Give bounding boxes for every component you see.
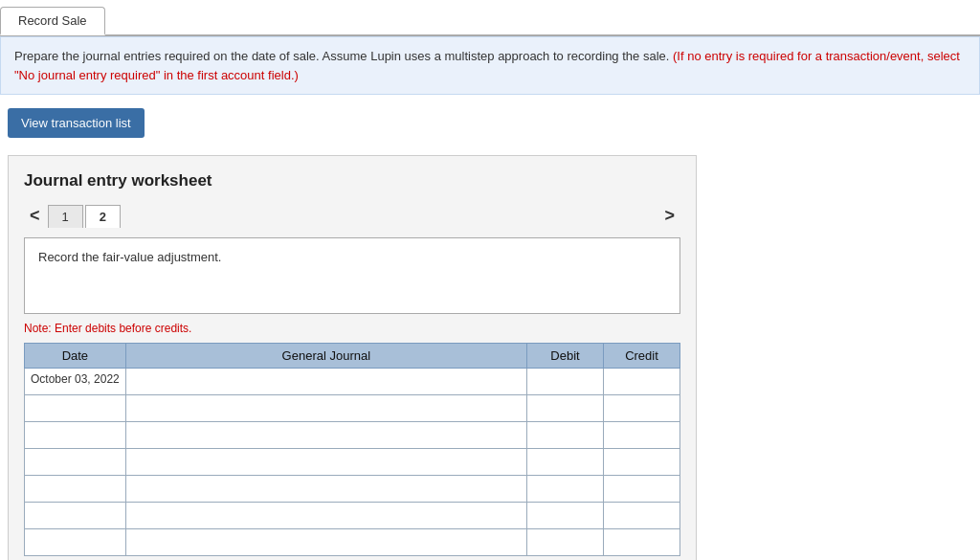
table-row	[25, 503, 680, 529]
worksheet-title: Journal entry worksheet	[24, 171, 680, 190]
table-row	[25, 422, 680, 449]
credit-cell[interactable]	[604, 476, 680, 503]
debit-input[interactable]	[527, 395, 603, 421]
credit-input[interactable]	[604, 529, 679, 555]
credit-input[interactable]	[604, 422, 679, 448]
credit-cell[interactable]	[604, 422, 680, 449]
table-row	[25, 449, 680, 476]
tab-record-sale[interactable]: Record Sale	[0, 7, 105, 35]
debit-cell[interactable]	[527, 369, 604, 395]
col-header-date: Date	[25, 344, 126, 369]
journal-input[interactable]	[126, 503, 526, 528]
date-cell	[25, 422, 126, 449]
debit-input[interactable]	[527, 449, 603, 475]
debit-input[interactable]	[527, 422, 603, 448]
debit-cell[interactable]	[527, 395, 604, 422]
instruction-main-text: Prepare the journal entries required on …	[14, 49, 669, 63]
credit-input[interactable]	[604, 369, 679, 394]
journal-cell[interactable]	[125, 422, 526, 449]
journal-cell[interactable]	[125, 503, 526, 529]
journal-cell[interactable]	[125, 369, 526, 395]
journal-cell[interactable]	[125, 529, 526, 556]
journal-input[interactable]	[126, 476, 526, 502]
date-cell	[25, 529, 126, 556]
tab-2[interactable]: 2	[85, 205, 121, 228]
debit-cell[interactable]	[527, 422, 604, 449]
description-box: Record the fair-value adjustment.	[24, 237, 680, 314]
credit-input[interactable]	[604, 503, 679, 528]
debit-cell[interactable]	[527, 449, 604, 476]
col-header-journal: General Journal	[125, 344, 526, 369]
instruction-box: Prepare the journal entries required on …	[0, 36, 980, 95]
credit-cell[interactable]	[604, 369, 680, 395]
table-row	[25, 395, 680, 422]
worksheet-container: Journal entry worksheet < 1 2 > Record t…	[8, 155, 697, 560]
note-text: Note: Enter debits before credits.	[24, 322, 680, 335]
debit-cell[interactable]	[527, 476, 604, 503]
journal-cell[interactable]	[125, 449, 526, 476]
journal-input[interactable]	[126, 395, 526, 421]
debit-input[interactable]	[527, 503, 603, 528]
journal-table: Date General Journal Debit Credit Octobe…	[24, 343, 680, 556]
credit-cell[interactable]	[604, 503, 680, 529]
credit-cell[interactable]	[604, 529, 680, 556]
credit-input[interactable]	[604, 449, 679, 475]
journal-cell[interactable]	[125, 395, 526, 422]
col-header-credit: Credit	[604, 344, 680, 369]
journal-input[interactable]	[126, 422, 526, 448]
credit-input[interactable]	[604, 395, 679, 421]
tab-bar: Record Sale	[0, 0, 980, 36]
date-cell: October 03, 2022	[25, 369, 126, 395]
credit-input[interactable]	[604, 476, 679, 502]
table-row	[25, 529, 680, 556]
date-cell	[25, 503, 126, 529]
debit-input[interactable]	[527, 529, 603, 555]
tab-1[interactable]: 1	[48, 205, 83, 228]
debit-input[interactable]	[527, 476, 603, 502]
table-header-row: Date General Journal Debit Credit	[25, 344, 680, 369]
view-transaction-button[interactable]: View transaction list	[8, 108, 145, 138]
journal-input[interactable]	[126, 529, 526, 555]
credit-cell[interactable]	[604, 449, 680, 476]
credit-cell[interactable]	[604, 395, 680, 422]
next-button[interactable]: >	[658, 204, 680, 228]
table-row	[25, 476, 680, 503]
debit-cell[interactable]	[527, 529, 604, 556]
journal-input[interactable]	[126, 449, 526, 475]
date-cell	[25, 476, 126, 503]
debit-input[interactable]	[527, 369, 603, 394]
date-cell	[25, 395, 126, 422]
journal-input[interactable]	[126, 369, 526, 394]
nav-row: < 1 2 >	[24, 204, 680, 228]
debit-cell[interactable]	[527, 503, 604, 529]
table-row: October 03, 2022	[25, 369, 680, 395]
prev-button[interactable]: <	[24, 204, 46, 228]
col-header-debit: Debit	[527, 344, 604, 369]
date-cell	[25, 449, 126, 476]
journal-cell[interactable]	[125, 476, 526, 503]
